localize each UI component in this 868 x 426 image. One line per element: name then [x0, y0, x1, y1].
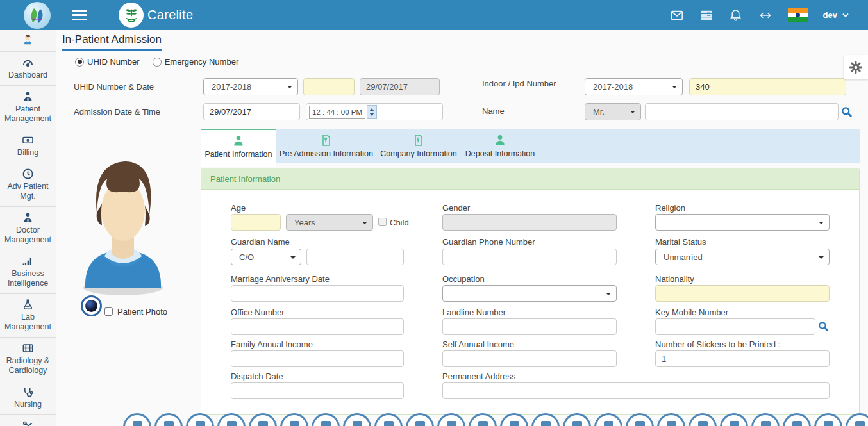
indoor-ipd-number-label: Indoor / Ipd Number — [482, 79, 556, 88]
guardian-name-input[interactable] — [306, 249, 404, 265]
admission-date-input[interactable] — [203, 103, 300, 120]
film-action-button[interactable] — [689, 413, 717, 426]
indoor-year-select[interactable]: 2017-2018 — [585, 78, 683, 95]
landline-number-input[interactable] — [442, 318, 617, 335]
guardian-prefix-select[interactable]: C/O — [231, 249, 301, 265]
user-5-action-button[interactable] — [783, 413, 811, 426]
mail-icon[interactable] — [670, 8, 684, 22]
sidebar-item-lab-management[interactable]: Lab Management — [0, 294, 56, 338]
document-2-action-button[interactable] — [280, 413, 308, 426]
calculator-action-button[interactable] — [343, 413, 371, 426]
billing-banknote-icon — [22, 134, 34, 146]
document-action-button[interactable] — [249, 413, 277, 426]
age-input[interactable] — [231, 214, 281, 231]
spinner-up-icon[interactable] — [369, 106, 374, 111]
permanent-address-input[interactable] — [442, 382, 830, 399]
emergency-number-radio[interactable] — [153, 58, 162, 67]
user-solid-action-button[interactable] — [217, 413, 246, 426]
clock-icon — [22, 168, 34, 180]
sidebar-item-ot[interactable]: OT — [0, 415, 56, 426]
sidebar-item-adv-patient-mgt[interactable]: Adv Patient Mgt. — [0, 163, 56, 207]
app-logo-icon[interactable] — [24, 2, 51, 29]
admission-time-input[interactable]: 12 : 44 : 00 PM — [309, 106, 365, 119]
uhid-number-radio-option[interactable]: UHID Number — [75, 57, 140, 67]
user-menu[interactable]: dev — [823, 10, 850, 20]
sidebar-item-radiology-cardiology[interactable]: Radiology & Cardiology — [0, 338, 56, 381]
time-spinner[interactable] — [367, 105, 377, 119]
upload-action-button[interactable] — [594, 413, 622, 426]
monitor-action-button[interactable] — [154, 413, 183, 426]
location-action-button[interactable] — [751, 413, 780, 426]
menu-hamburger-icon[interactable] — [72, 10, 87, 21]
uhid-number-radio[interactable] — [75, 58, 84, 67]
stickers-input[interactable] — [655, 350, 830, 367]
spinner-down-icon[interactable] — [369, 113, 374, 119]
plus-2-action-button[interactable] — [469, 413, 497, 426]
india-flag-icon[interactable] — [788, 8, 808, 22]
sidebar-item-label: Business Intelligence — [2, 269, 54, 288]
sidebar-item-nursing[interactable]: Nursing — [0, 381, 56, 415]
id-card-action-button[interactable] — [531, 413, 560, 426]
key-mobile-search-icon[interactable] — [817, 320, 830, 333]
swap-arrows-icon[interactable] — [758, 8, 772, 22]
name-search-icon[interactable] — [840, 106, 853, 119]
user-action-button[interactable] — [123, 413, 151, 426]
patient-photo-checkbox[interactable] — [104, 307, 113, 316]
keyboard-action-button[interactable] — [563, 413, 591, 426]
family-income-input[interactable] — [231, 350, 404, 367]
plus-action-button[interactable] — [437, 413, 465, 426]
user-4-action-button[interactable] — [720, 413, 748, 426]
monitor-2-action-button[interactable] — [500, 413, 528, 426]
occupation-label: Occupation — [442, 274, 485, 284]
barcode-action-button[interactable] — [374, 413, 403, 426]
sidebar-item-business-intelligence[interactable]: Business Intelligence — [0, 250, 56, 294]
child-checkbox[interactable] — [378, 218, 387, 226]
user-2-action-button[interactable] — [312, 413, 340, 426]
religion-select[interactable] — [655, 214, 830, 231]
user-name: dev — [823, 10, 837, 20]
occupation-select[interactable] — [442, 285, 617, 302]
monitor-3-action-button[interactable] — [626, 413, 654, 426]
print-action-button[interactable] — [814, 413, 842, 426]
indoor-ipd-number-input[interactable] — [689, 78, 846, 95]
marriage-anniversary-input[interactable] — [231, 285, 404, 302]
sidebar-item-dashboard[interactable]: Dashboard — [0, 52, 56, 86]
user-3-action-button[interactable] — [406, 413, 434, 426]
sidebar-item-doctor-management[interactable]: Doctor Management — [0, 207, 56, 250]
self-income-input[interactable] — [442, 350, 617, 367]
notifications-bell-icon[interactable] — [729, 8, 743, 22]
tab-company-information[interactable]: Company Information — [376, 129, 461, 163]
user-3-icon — [415, 421, 425, 426]
webcam-capture-icon[interactable] — [81, 295, 102, 316]
avatar-icon — [22, 33, 34, 45]
marital-status-select[interactable]: Unmarried — [655, 249, 830, 265]
sidebar-item-patient-management[interactable]: Patient Management — [0, 86, 56, 129]
uhid-number-input[interactable] — [303, 78, 355, 95]
queue-list-icon[interactable] — [699, 8, 714, 22]
name-prefix-select[interactable]: Mr. — [585, 103, 641, 120]
sidebar-item-billing[interactable]: Billing — [0, 129, 56, 163]
tab-deposit-information[interactable]: Deposit Information — [461, 129, 539, 163]
tab-pre-admission-information[interactable]: Pre Admission Information — [276, 129, 376, 163]
religion-label: Religion — [655, 203, 685, 213]
sidebar-item-label: Patient Management — [2, 104, 54, 124]
name-input[interactable] — [645, 103, 839, 120]
in-patient-admission-screen: Carelite — [0, 0, 868, 426]
office-number-input[interactable] — [231, 318, 404, 335]
document-3-action-button[interactable] — [657, 413, 685, 426]
nationality-input[interactable] — [655, 285, 830, 302]
person-icon — [232, 135, 245, 147]
card-action-button[interactable] — [846, 413, 868, 426]
key-mobile-input[interactable] — [655, 318, 815, 335]
tab-patient-information[interactable]: Patient Information — [201, 129, 276, 167]
sidebar-user-avatar[interactable] — [0, 30, 56, 52]
edit-document-action-button[interactable] — [186, 413, 214, 426]
plus-icon — [447, 421, 456, 426]
user-solid-icon — [227, 421, 237, 426]
settings-panel-toggle[interactable] — [844, 55, 868, 79]
emergency-number-radio-option[interactable]: Emergency Number — [153, 57, 239, 67]
age-unit-select[interactable]: Years — [286, 214, 373, 231]
guardian-phone-input[interactable] — [442, 249, 617, 265]
dispatch-date-input[interactable] — [231, 382, 404, 399]
uhid-year-select[interactable]: 2017-2018 — [203, 78, 298, 95]
